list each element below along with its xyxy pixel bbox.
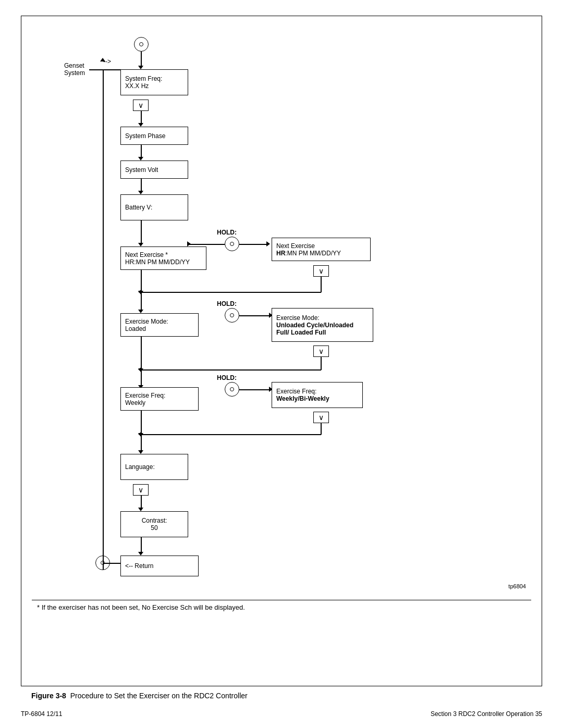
vline-chevron-2-down	[321, 277, 322, 292]
circle-btn-hold3[interactable]	[225, 382, 239, 397]
next-exercise-right-box: Next Exercise HR:MN PM MM/DD/YY	[272, 238, 371, 261]
circle-btn-hold1[interactable]	[225, 237, 239, 251]
arrow-head-right-to-nextex	[187, 241, 191, 246]
next-exercise-right-line2: HR:MN PM MM/DD/YY	[276, 250, 341, 257]
exercise-mode-options: Unloaded Cycle/UnloadedFull/ Loaded Full	[276, 322, 353, 336]
arrow-head-4	[138, 191, 143, 194]
chevron-2[interactable]: ∨	[313, 265, 329, 277]
hline-back-1	[141, 292, 321, 293]
system-volt-box: System Volt	[120, 161, 188, 179]
vline-12	[141, 496, 142, 509]
system-phase-box: System Phase	[120, 127, 188, 145]
contrast-box: Contrast: 50	[120, 511, 188, 537]
vline-2	[141, 111, 142, 124]
arrow-head-right-1	[266, 241, 270, 246]
vline-6	[141, 270, 142, 292]
diagram-inner: Genset System --> System Freq: XX.X Hz ∨	[32, 27, 531, 595]
genset-label: Genset System	[64, 62, 85, 77]
vline-10	[141, 411, 142, 435]
arrow-head-13	[138, 552, 143, 556]
vline-top	[141, 52, 142, 67]
vline-chevron-4-down	[321, 423, 322, 435]
diagram-border: Genset System --> System Freq: XX.X Hz ∨	[21, 16, 542, 686]
hold-label-1: HOLD:	[217, 229, 237, 236]
vline-11	[141, 436, 142, 451]
circle-btn-top[interactable]	[134, 37, 149, 52]
hline-to-exercise-mode	[239, 315, 271, 316]
next-exercise-left-box: Next Exercise * HR:MN PM MM/DD/YY	[120, 246, 206, 270]
chevron-4[interactable]: ∨	[313, 412, 329, 423]
footer-right: Section 3 RDC2 Controller Operation 35	[431, 710, 542, 718]
arrow-head-5	[138, 243, 143, 246]
hline-to-next-exercise-right	[239, 244, 268, 245]
vline-9	[141, 371, 142, 386]
vline-chevron-3-down	[321, 357, 322, 370]
arrow-head-1	[138, 66, 143, 69]
hold-label-2: HOLD:	[217, 300, 237, 307]
vline-4	[141, 179, 142, 192]
exercise-freq-left-box: Exercise Freq: Weekly	[120, 387, 199, 411]
hline-from-genset	[103, 69, 120, 70]
exercise-freq-right-box: Exercise Freq: Weekly/Bi-Weekly	[272, 382, 363, 408]
arrow-head-2	[138, 123, 143, 127]
battery-v-box: Battery V:	[120, 194, 188, 220]
circle-btn-hold2[interactable]	[225, 308, 239, 323]
tp-ref: tp6804	[508, 583, 526, 589]
exercise-freq-options: Weekly/Bi-Weekly	[276, 395, 329, 402]
system-freq-box: System Freq: XX.X Hz	[120, 69, 188, 95]
arrow-head-3	[138, 157, 143, 161]
page: Genset System --> System Freq: XX.X Hz ∨	[0, 0, 563, 728]
vline-13	[141, 537, 142, 553]
vline-left-main	[103, 69, 104, 570]
arrow-head-11	[138, 450, 143, 454]
vline-8	[141, 337, 142, 371]
footer: TP-6804 12/11 Section 3 RDC2 Controller …	[21, 710, 542, 718]
exercise-mode-left-box: Exercise Mode: Loaded	[120, 313, 199, 337]
hline-circle-bottom	[103, 563, 120, 564]
diagram-note: * If the exerciser has not been set, No …	[32, 600, 531, 614]
exercise-mode-right-box: Exercise Mode: Unloaded Cycle/UnloadedFu…	[272, 308, 373, 342]
figure-caption-text: Procedure to Set the Exerciser on the RD…	[70, 692, 248, 700]
arrow-head-7	[138, 310, 143, 313]
figure-caption: Figure 3-8 Procedure to Set the Exercise…	[31, 692, 542, 700]
hline-back-2	[141, 369, 321, 371]
hline-from-next-exercise	[188, 244, 225, 245]
hold-label-3: HOLD:	[217, 374, 237, 381]
footer-left: TP-6804 12/11	[21, 710, 62, 718]
vline-5	[141, 220, 142, 244]
return-box: <-- Return	[120, 556, 199, 576]
chevron-1[interactable]: ∨	[133, 100, 149, 111]
next-exercise-right-line1: Next Exercise	[276, 242, 315, 250]
hline-to-exercise-freq	[239, 389, 271, 390]
vline-7	[141, 292, 142, 311]
arrow-head-up-left	[100, 58, 105, 61]
vline-3	[141, 145, 142, 158]
language-box: Language:	[120, 454, 188, 480]
chevron-5[interactable]: ∨	[133, 484, 149, 496]
chevron-3[interactable]: ∨	[313, 346, 329, 357]
arrow-head-12	[138, 508, 143, 511]
hline-back-3	[141, 434, 321, 435]
